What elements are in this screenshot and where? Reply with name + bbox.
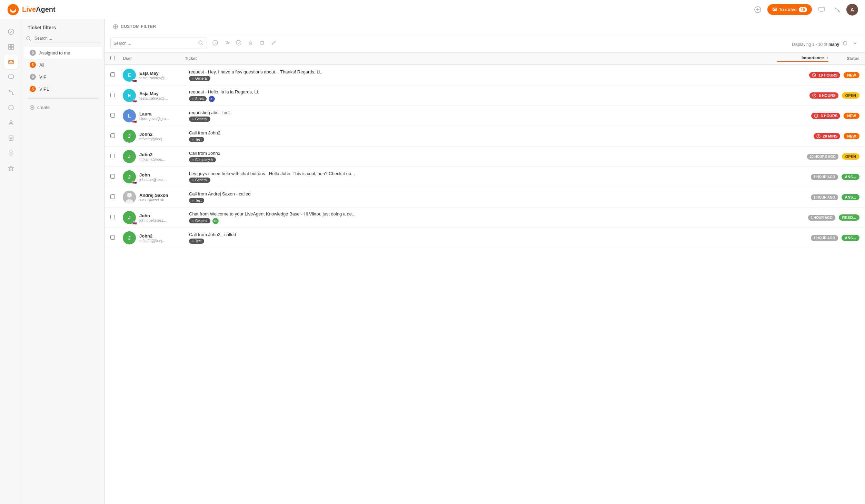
header-user: User xyxy=(123,56,185,61)
svg-point-47 xyxy=(127,193,132,198)
agent-badge: R xyxy=(212,218,219,224)
table-row[interactable]: Andrej Saxon s.ax.i@azet.sk Call from An… xyxy=(105,187,865,208)
info-button[interactable]: i xyxy=(210,39,220,48)
ticket-tags: General xyxy=(189,76,773,81)
row-right: 1 HOUR AGO ANS... xyxy=(777,174,859,180)
row-checkbox[interactable] xyxy=(110,93,115,97)
sidebar-icon-circle[interactable] xyxy=(4,101,18,114)
row-checkbox[interactable] xyxy=(110,133,115,138)
ticket-tags: General xyxy=(189,178,773,183)
user-name: John2 xyxy=(139,132,165,137)
delete-button[interactable] xyxy=(257,39,267,48)
svg-line-23 xyxy=(30,40,31,41)
status-badge: ANS... xyxy=(842,194,859,200)
user-email: mfkaflf@jfioej... xyxy=(139,137,165,141)
filter-toggle-button[interactable] xyxy=(851,40,859,47)
user-avatar: E 🇸🇰 xyxy=(123,69,136,82)
table-row[interactable]: J 🇸🇰 John johndoe@test.... Chat from Wel… xyxy=(105,208,865,228)
svg-rect-19 xyxy=(11,138,12,139)
phone-nav-button[interactable] xyxy=(831,4,842,15)
sidebar-icon-phone[interactable] xyxy=(4,85,18,99)
chat-nav-button[interactable] xyxy=(816,4,827,15)
user-email: testauralinka@... xyxy=(139,96,168,100)
row-checkbox[interactable] xyxy=(110,215,115,219)
header-check xyxy=(110,56,123,61)
ticket-tags: General xyxy=(189,117,773,122)
table-row[interactable]: J John2 mfkaflf@jfioej... Call from John… xyxy=(105,147,865,167)
row-right: 1 HOUR AGO RESO... xyxy=(777,214,859,221)
filter-search-input[interactable] xyxy=(33,34,100,42)
ticket-info: Call from Andrej Saxon - called Test xyxy=(185,191,777,203)
ticket-search-button[interactable] xyxy=(198,40,204,47)
filter-items-container: 0 Assigned to me 5 All 0 VIP 5 VIP1 xyxy=(22,47,105,95)
filter-item-vip1[interactable]: 5 VIP1 xyxy=(24,83,102,95)
wrench-button[interactable] xyxy=(269,39,279,48)
ticket-subject: Call from Andrej Saxon - called xyxy=(189,191,773,196)
row-checkbox-container xyxy=(110,174,123,180)
ticket-search-box[interactable] xyxy=(110,38,207,49)
table-row[interactable]: J 🇸🇰 John johndoe@test.... hey guys i ne… xyxy=(105,167,865,187)
sidebar-icon-check[interactable] xyxy=(4,25,18,39)
refresh-button[interactable] xyxy=(841,40,849,47)
user-name: Esja May xyxy=(139,71,168,76)
tosolve-button[interactable]: ✉ To solve 10 xyxy=(767,4,812,15)
user-email: mfkaflf@jfioej... xyxy=(139,239,165,243)
sidebar-icon-star[interactable] xyxy=(4,161,18,175)
forward-button[interactable] xyxy=(222,39,232,48)
status-badge: OPEN xyxy=(842,153,859,160)
status-badge: ANS... xyxy=(842,235,859,241)
row-checkbox[interactable] xyxy=(110,113,115,118)
flag-icon: 🇸🇰 xyxy=(132,119,137,123)
header-status: Status xyxy=(828,56,859,61)
sidebar-icon-grid[interactable] xyxy=(4,40,18,54)
logo[interactable]: LiveLiveAgentAgent xyxy=(7,3,56,16)
row-checkbox[interactable] xyxy=(110,72,115,77)
logo-icon xyxy=(7,3,19,16)
row-checkbox[interactable] xyxy=(110,194,115,199)
table-row[interactable]: E 🇸🇰 Esja May testauralinka@... request … xyxy=(105,85,865,106)
user-name: Esja May xyxy=(139,91,168,96)
row-checkbox-container xyxy=(110,154,123,159)
tosolve-count: 10 xyxy=(799,7,807,12)
filter-search-container xyxy=(22,34,105,47)
user-info: John2 mfkaflf@jfioej... xyxy=(139,233,165,243)
user-avatar: J xyxy=(123,150,136,163)
importance-badge: 20 HOURS AGO xyxy=(807,154,838,160)
filter-item-assigned-to-me[interactable]: 0 Assigned to me xyxy=(24,47,102,59)
add-button[interactable] xyxy=(752,4,763,15)
sidebar-icon-settings[interactable] xyxy=(4,146,18,160)
resolve-button[interactable] xyxy=(234,39,243,48)
ticket-info: hey guys i need help with chat buttons -… xyxy=(185,171,777,183)
flag-icon: 🇸🇰 xyxy=(132,79,137,82)
sidebar-icon-email[interactable] xyxy=(4,55,18,69)
table-row[interactable]: E 🇸🇰 Esja May testauralinka@... request … xyxy=(105,65,865,85)
displaying-text: Displaying 1 - 10 of many xyxy=(792,40,859,47)
row-checkbox-container xyxy=(110,235,123,241)
sidebar-icon-building[interactable] xyxy=(4,131,18,145)
create-filter-button[interactable]: create xyxy=(24,102,102,113)
row-checkbox[interactable] xyxy=(110,154,115,158)
ticket-search-input[interactable] xyxy=(113,41,198,46)
filter-badge: 5 xyxy=(30,86,36,92)
filter-item-all[interactable]: 5 All xyxy=(24,59,102,71)
filter-item-vip[interactable]: 0 VIP xyxy=(24,71,102,83)
table-row[interactable]: L 🇸🇰 Laura l.luongova@gm... requesting a… xyxy=(105,106,865,126)
svg-rect-8 xyxy=(9,44,11,47)
importance-badge: 1 HOUR AGO xyxy=(808,215,835,221)
fire-button[interactable] xyxy=(246,39,255,48)
row-checkbox[interactable] xyxy=(110,235,115,240)
table-row[interactable]: J John2 mfkaflf@jfioej... Call from John… xyxy=(105,126,865,147)
user-avatar-button[interactable]: A xyxy=(846,4,858,16)
user-name: John2 xyxy=(139,233,165,239)
row-checkbox[interactable] xyxy=(110,174,115,179)
select-all-checkbox[interactable] xyxy=(110,56,115,60)
user-info: John2 mfkaflf@jfioej... xyxy=(139,152,165,161)
row-checkbox-container xyxy=(110,72,123,78)
user-email: testauralinka@... xyxy=(139,76,168,80)
svg-rect-9 xyxy=(11,44,13,47)
sidebar-icon-chat[interactable] xyxy=(4,70,18,84)
ticket-info: requesting abc - test General xyxy=(185,110,777,122)
ticket-table: User Ticket Importance ↑ Status E 🇸🇰 Esj… xyxy=(105,53,865,504)
table-row[interactable]: J John2 mfkaflf@jfioej... Call from John… xyxy=(105,228,865,248)
sidebar-icon-contacts[interactable] xyxy=(4,116,18,130)
